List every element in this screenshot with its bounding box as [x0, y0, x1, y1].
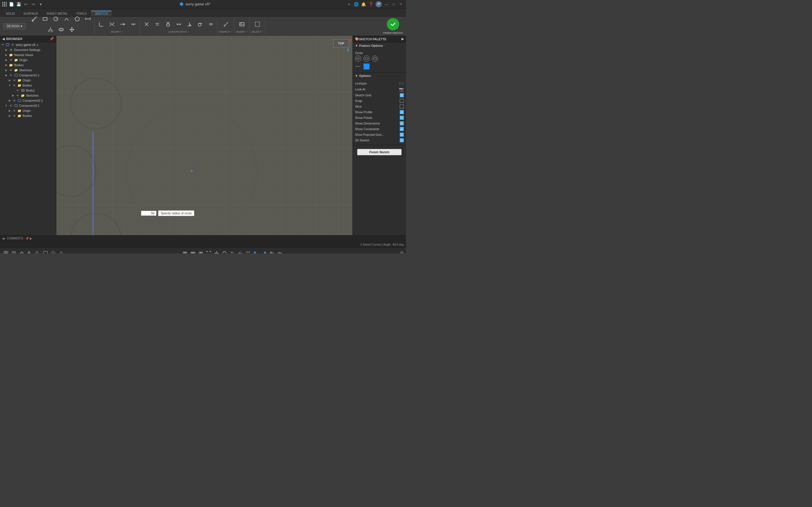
tree-eye-sketches[interactable]: 👁: [9, 68, 13, 72]
fillet-tool[interactable]: [96, 19, 106, 29]
circle-tool[interactable]: [51, 14, 61, 24]
comments-pin-icon[interactable]: 📌: [26, 237, 29, 240]
lock-tool[interactable]: [163, 19, 173, 29]
feature-options-header[interactable]: ▼ Feature Options: [353, 43, 406, 49]
linetype-solid-icon[interactable]: ⟨: [399, 81, 401, 86]
comments-collapse-icon[interactable]: ◀: [2, 237, 4, 240]
tree-eye-comp3-origin[interactable]: 👁: [12, 109, 16, 113]
show-points-checkbox[interactable]: [400, 116, 404, 120]
rotate-btn[interactable]: [221, 249, 228, 254]
tree-item-named-views[interactable]: ▶ 📁 Named Views: [0, 52, 56, 57]
insert-group-label[interactable]: INSERT: [236, 31, 248, 33]
comments-expand-icon[interactable]: ▶: [30, 237, 32, 240]
select-group-label[interactable]: SELECT: [251, 31, 264, 33]
display-mode-btn[interactable]: [42, 249, 49, 254]
tree-eye-origin[interactable]: 👁: [9, 58, 13, 62]
move-tool[interactable]: [67, 24, 77, 35]
scale-btn[interactable]: [229, 249, 236, 254]
show-btn[interactable]: [276, 249, 283, 254]
visual-style-btn[interactable]: [50, 249, 57, 254]
browser-collapse-icon[interactable]: ◀: [2, 37, 4, 41]
canvas[interactable]: Specify radius of circle X TOP Z: [56, 36, 352, 235]
perpendicular-tool[interactable]: [185, 19, 195, 29]
pan-btn[interactable]: [213, 249, 220, 254]
tree-item-bodies[interactable]: ▶ 📁 Bodies: [0, 62, 56, 68]
arc-tool[interactable]: [61, 14, 71, 24]
app-grid-icon[interactable]: [2, 2, 7, 6]
minimize-button[interactable]: —: [384, 1, 389, 7]
look-at-icon[interactable]: 📷: [399, 87, 404, 92]
tree-item-component1[interactable]: ▶ 👁 Component1:1: [0, 73, 56, 78]
help-icon[interactable]: ❓: [368, 1, 374, 7]
environment-btn[interactable]: [57, 249, 65, 254]
align-top-btn[interactable]: [181, 249, 189, 254]
circle-two-point-option[interactable]: [363, 55, 370, 62]
dimension-tool[interactable]: [83, 14, 93, 24]
horizontal-tool[interactable]: [174, 19, 184, 29]
design-menu[interactable]: DESIGN ▾: [1, 23, 28, 29]
tree-item-component3[interactable]: ▼ 👁 Component3:1: [0, 103, 56, 108]
maximize-button[interactable]: □: [391, 1, 396, 7]
show-projected-geom-checkbox[interactable]: [400, 133, 404, 136]
group-btn[interactable]: [197, 249, 204, 254]
parallel-tool[interactable]: [152, 19, 162, 29]
zoom-btn[interactable]: [26, 249, 33, 254]
linetype-dashed-icon[interactable]: □: [402, 81, 404, 86]
insert-image-tool[interactable]: [237, 19, 247, 29]
slice-checkbox[interactable]: [400, 105, 404, 108]
show-constraints-checkbox[interactable]: [400, 127, 404, 131]
options-header[interactable]: ▼ Options: [353, 73, 406, 79]
tree-eye-comp1-origin[interactable]: 👁: [12, 78, 16, 82]
tree-item-origin[interactable]: ▶ 👁 📁 Origin: [0, 57, 56, 62]
tangent-tool[interactable]: [195, 19, 205, 29]
sketch-grid-checkbox[interactable]: [400, 93, 404, 97]
notification-icon[interactable]: 🔔: [361, 1, 366, 7]
cut-tool[interactable]: [45, 24, 56, 35]
grid-display-btn[interactable]: [2, 249, 10, 254]
tree-eye-component3[interactable]: 👁: [9, 104, 13, 108]
equal-tool[interactable]: [206, 19, 216, 29]
finish-sketch-palette-button[interactable]: Finish Sketch: [357, 149, 402, 155]
select-tool[interactable]: [252, 19, 262, 29]
tree-item-root[interactable]: ▼ 👁 sorry game v5 ●: [0, 42, 56, 47]
mirror-btn[interactable]: [237, 249, 244, 254]
measure-tool[interactable]: [221, 19, 231, 29]
finish-sketch-circle-button[interactable]: [387, 18, 399, 31]
comp-left-btn[interactable]: [252, 249, 260, 254]
close-button[interactable]: ✕: [398, 1, 404, 7]
pattern-btn[interactable]: [245, 249, 252, 254]
comp-right-btn[interactable]: [260, 249, 267, 254]
browser-pin-icon[interactable]: 📌: [50, 37, 54, 41]
radius-input[interactable]: [141, 211, 156, 216]
constraints-group-label[interactable]: CONSTRAINTS: [168, 31, 190, 33]
polygon-tool[interactable]: [72, 14, 82, 24]
tree-eye-comp1-bodies[interactable]: 👁: [12, 83, 16, 87]
tree-eye-comp3-bodies[interactable]: 👁: [12, 114, 16, 118]
trim-tool[interactable]: [107, 19, 117, 29]
tab-sketch[interactable]: SKETCH: [91, 11, 112, 16]
show-dimensions-checkbox[interactable]: [400, 121, 404, 125]
inspect-group-label[interactable]: INSPECT: [219, 31, 233, 33]
tree-item-sketches[interactable]: ▶ 👁 📁 Sketches: [0, 68, 56, 73]
tree-eye-component1[interactable]: 👁: [9, 73, 13, 77]
tree-item-component2[interactable]: ▶ 👁 Component2:1: [0, 98, 56, 103]
show-profile-checkbox[interactable]: [400, 110, 404, 114]
browser-icon[interactable]: 🌐: [354, 1, 359, 7]
coincident-tool[interactable]: [142, 19, 152, 29]
color-swatch[interactable]: [363, 63, 370, 69]
save-button[interactable]: 💾: [16, 1, 21, 7]
linetype-dash-icon[interactable]: [355, 63, 361, 69]
magnify-btn[interactable]: [34, 249, 41, 254]
user-avatar[interactable]: JP: [375, 1, 382, 7]
tree-item-comp3-origin[interactable]: ▶ 👁 📁 Origin: [0, 108, 56, 113]
settings-button[interactable]: ⚙: [400, 250, 404, 253]
tree-eye-body1[interactable]: 👁: [16, 89, 20, 93]
palette-collapse-icon[interactable]: ▶: [402, 37, 404, 41]
tree-item-comp1-origin[interactable]: ▶ 👁 📁 Origin: [0, 78, 56, 83]
3d-sketch-checkbox[interactable]: [400, 138, 404, 142]
circle-three-point-option[interactable]: [372, 55, 378, 62]
tree-item-body1[interactable]: 👁 Body1: [0, 88, 56, 93]
break-tool[interactable]: [128, 19, 139, 29]
tree-eye-component2[interactable]: 👁: [12, 99, 16, 103]
offset-tool[interactable]: [56, 24, 66, 35]
